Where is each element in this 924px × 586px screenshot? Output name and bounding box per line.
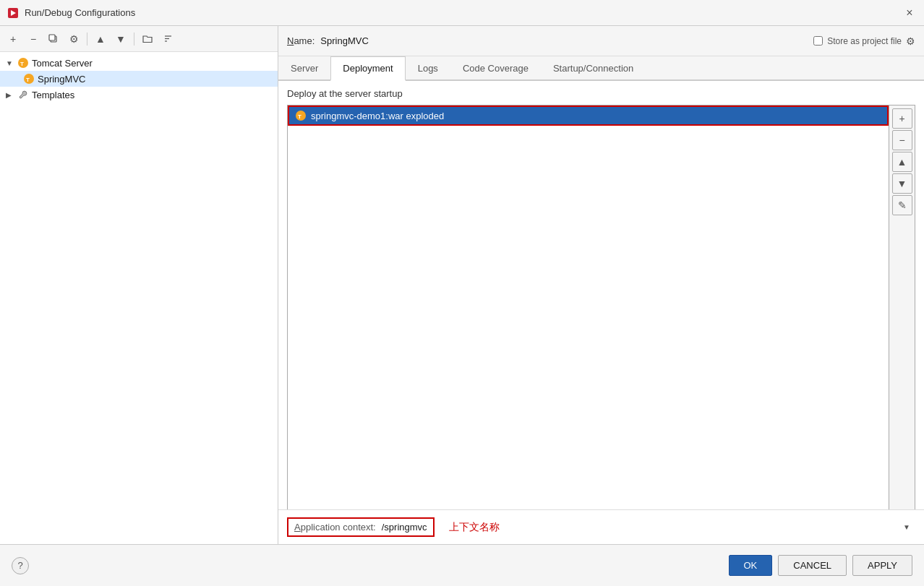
templates-item[interactable]: ▶ Templates	[0, 87, 278, 103]
toolbar-separator-2	[134, 33, 134, 46]
tab-bar: Server Deployment Logs Code Coverage Sta…	[278, 56, 924, 81]
store-checkbox-area: Store as project file ⚙	[813, 35, 915, 47]
app-context-row: Application context: /springmvc 上下文名称 ▼	[278, 509, 924, 544]
tomcat-server-item[interactable]: ▼ T Tomcat Server	[0, 55, 278, 71]
app-context-box: Application context: /springmvc	[287, 517, 435, 537]
store-label: Store as project file	[827, 36, 902, 46]
bottom-bar: ? OK CANCEL APPLY	[0, 544, 924, 586]
tomcat-server-label: Tomcat Server	[32, 58, 93, 69]
copy-config-button[interactable]	[45, 30, 62, 48]
artifact-icon: T	[295, 110, 307, 121]
cancel-button[interactable]: CANCEL	[778, 555, 847, 576]
deploy-side-buttons: + − ▲ ▼ ✎	[889, 105, 915, 509]
sidebar-toolbar: + − ⚙ ▲ ▼	[0, 26, 278, 52]
store-project-file-checkbox[interactable]	[813, 36, 823, 46]
panel-body: Deploy at the server startup T springm	[278, 81, 924, 544]
edit-artifact-button[interactable]: ✎	[892, 195, 912, 215]
deploy-item-label: springmvc-demo1:war exploded	[311, 111, 444, 121]
deploy-area: T springmvc-demo1:war exploded + − ▲ ▼ ✎	[287, 105, 915, 509]
settings-button[interactable]: ⚙	[65, 30, 82, 48]
bottom-left: ?	[12, 557, 29, 574]
springmvc-item[interactable]: T SpringMVC	[0, 71, 278, 87]
main-content: + − ⚙ ▲ ▼ ▼	[0, 26, 924, 544]
context-dropdown-arrow[interactable]: ▼	[898, 519, 915, 536]
sidebar: + − ⚙ ▲ ▼ ▼	[0, 26, 278, 544]
toolbar-separator	[87, 33, 87, 46]
right-panel: Name: SpringMVC Store as project file ⚙ …	[278, 26, 924, 544]
expand-arrow-tomcat: ▼	[6, 59, 14, 67]
remove-artifact-button[interactable]: −	[892, 130, 912, 150]
springmvc-label: SpringMVC	[38, 74, 85, 85]
tab-logs[interactable]: Logs	[406, 56, 450, 81]
name-field-label: Name:	[287, 35, 315, 46]
svg-rect-3	[49, 35, 55, 40]
app-context-label: Application context:	[294, 522, 376, 533]
tab-startup-connection[interactable]: Startup/Connection	[541, 56, 646, 81]
springmvc-icon: T	[23, 73, 35, 85]
svg-text:T: T	[26, 77, 30, 83]
tab-server[interactable]: Server	[278, 56, 330, 81]
app-context-hint: 上下文名称	[440, 521, 892, 534]
wrench-icon	[17, 89, 29, 100]
folder-button[interactable]	[139, 30, 156, 48]
deploy-item[interactable]: T springmvc-demo1:war exploded	[288, 105, 889, 126]
bottom-right: OK CANCEL APPLY	[729, 555, 913, 576]
ok-button[interactable]: OK	[729, 555, 773, 576]
svg-text:T: T	[298, 113, 301, 120]
app-context-value: /springmvc	[382, 522, 427, 533]
deploy-list: T springmvc-demo1:war exploded	[288, 105, 889, 509]
move-down-button[interactable]: ▼	[112, 30, 129, 48]
move-up-button[interactable]: ▲	[92, 30, 109, 48]
templates-label: Templates	[32, 90, 74, 100]
tab-code-coverage[interactable]: Code Coverage	[450, 56, 541, 81]
help-button[interactable]: ?	[12, 557, 29, 574]
config-name-value: SpringMVC	[320, 35, 368, 46]
deploy-section: Deploy at the server startup T springm	[278, 81, 924, 509]
add-config-button[interactable]: +	[4, 30, 22, 48]
tomcat-icon: T	[17, 57, 29, 69]
sort-button[interactable]	[159, 30, 176, 48]
title-bar: Run/Debug Configurations ×	[0, 0, 924, 26]
title-bar-left: Run/Debug Configurations	[7, 7, 135, 19]
remove-config-button[interactable]: −	[25, 30, 42, 48]
apply-button[interactable]: APPLY	[852, 555, 912, 576]
add-artifact-button[interactable]: +	[892, 108, 912, 129]
move-artifact-down-button[interactable]: ▼	[892, 173, 912, 194]
app-icon	[7, 7, 19, 19]
expand-arrow-templates: ▶	[6, 91, 14, 99]
svg-text:T: T	[20, 61, 24, 67]
store-gear-icon[interactable]: ⚙	[906, 35, 915, 47]
close-button[interactable]: ×	[902, 6, 917, 20]
config-tree: ▼ T Tomcat Server T SpringMVC	[0, 52, 278, 544]
dialog-title: Run/Debug Configurations	[25, 7, 135, 18]
move-artifact-up-button[interactable]: ▲	[892, 152, 912, 172]
deploy-section-label: Deploy at the server startup	[287, 88, 915, 99]
tab-deployment[interactable]: Deployment	[330, 56, 405, 81]
name-bar: Name: SpringMVC Store as project file ⚙	[278, 26, 924, 56]
